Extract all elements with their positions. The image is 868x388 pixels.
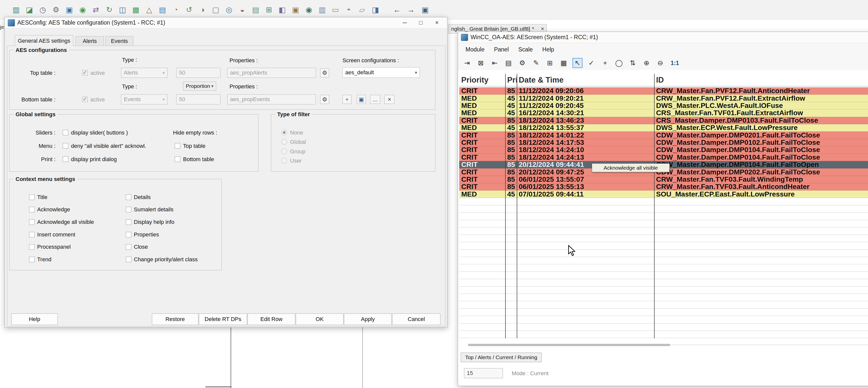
edit-table-icon[interactable]: ✎	[531, 58, 541, 68]
apply-button[interactable]: Apply	[344, 314, 392, 325]
filter-none-radio[interactable]	[281, 130, 287, 135]
grid-icon[interactable]: ⊞	[264, 4, 274, 16]
checkbox-acknowledge-all-visible[interactable]	[29, 219, 35, 225]
row-count-field[interactable]: 15	[464, 368, 503, 378]
export-table-icon[interactable]: ⇤	[490, 58, 500, 68]
restore-button[interactable]: Restore	[152, 314, 198, 325]
bottom-type-select[interactable]: Events ▾	[121, 94, 167, 104]
settings-gear-icon[interactable]: ⚙	[517, 58, 527, 68]
horizontal-scrollbar-thumb[interactable]	[468, 344, 670, 346]
search-icon[interactable]: ◯	[614, 58, 624, 68]
checkbox-details[interactable]	[126, 194, 131, 200]
alert-row[interactable]: MED4511/12/2024 09:20:21CRW_Master.Fan.P…	[459, 95, 868, 102]
cloud-icon[interactable]: ◓	[344, 4, 354, 16]
document-icon[interactable]: ▢	[211, 4, 221, 16]
menu-panel[interactable]: Panel	[494, 46, 509, 53]
column-header-id[interactable]: ID	[654, 75, 868, 85]
hide-bottom-table-checkbox[interactable]	[175, 156, 180, 162]
alert-row[interactable]: MED4516/12/2024 14:30:21CRS_Master.Fan.T…	[459, 109, 868, 117]
bar-chart-icon[interactable]: ▥	[11, 4, 21, 16]
ok-button[interactable]: OK	[296, 314, 343, 325]
column-chart-icon[interactable]: ▤	[157, 4, 167, 16]
deny-acknowledge-checkbox[interactable]	[63, 143, 68, 149]
delete-table-icon[interactable]: ⊠	[476, 58, 486, 68]
checkbox-sumalert-details[interactable]	[126, 207, 131, 212]
alert-row[interactable]: CRIT8518/12/2024 14:24:10CDW_Master.Damp…	[459, 146, 868, 154]
globe-icon[interactable]: ◉	[304, 4, 314, 16]
alert-row[interactable]: MED4507/01/2025 09:44:11SOU_Master.ECP.E…	[459, 191, 868, 198]
column-divider[interactable]	[517, 74, 517, 338]
report-icon[interactable]: ▤	[251, 4, 260, 16]
top-properties-input[interactable]: aes_propAlerts	[227, 68, 316, 78]
alert-row[interactable]: CRIT8511/12/2024 09:20:06CRW_Master.Fan.…	[459, 87, 868, 95]
camera-icon[interactable]: ▣	[290, 4, 301, 16]
filter-user-radio[interactable]	[281, 158, 287, 163]
checkbox-acknowledge[interactable]	[29, 207, 35, 212]
filter-global-radio[interactable]	[281, 139, 287, 144]
minimize-button[interactable]: ─	[398, 18, 412, 28]
filter-group-radio[interactable]	[281, 149, 287, 154]
trend-icon[interactable]: ◪	[24, 4, 34, 16]
doc-view-icon[interactable]: ◧	[277, 4, 287, 16]
bottom-properties-input[interactable]: aes_propEvents	[227, 94, 316, 104]
menu-scale[interactable]: Scale	[518, 46, 533, 53]
link-icon[interactable]: ⇄	[91, 4, 101, 16]
flask-icon[interactable]: △	[144, 4, 154, 16]
column-header-priority[interactable]: Priority	[459, 75, 505, 85]
save-config-button[interactable]: ▣	[357, 95, 366, 104]
alert-row[interactable]: CRIT8518/12/2024 14:24:13CDW_Master.Damp…	[459, 154, 868, 161]
pie-chart-icon[interactable]: ◔	[171, 4, 181, 16]
alert-row[interactable]: CRIT8518/12/2024 14:17:53CDW_Master.Damp…	[459, 139, 868, 146]
checkbox-display-help-info[interactable]	[126, 219, 131, 225]
refresh-icon[interactable]: ↺	[184, 4, 194, 16]
undo-icon[interactable]: ←	[392, 4, 402, 16]
panel-window-icon[interactable]: ▣	[420, 4, 430, 16]
alert-row[interactable]: CRIT8506/01/2025 13:55:07CRW_Master.Fan.…	[459, 176, 868, 183]
docs-icon[interactable]: ▥	[317, 4, 327, 16]
screen-config-tab[interactable]: Top / Alerts / Current / Running	[461, 353, 541, 362]
delete-config-button[interactable]: ×	[384, 95, 395, 104]
checkbox-insert-comment[interactable]	[29, 232, 35, 237]
checkbox-close[interactable]	[126, 244, 131, 250]
user-add-icon[interactable]: ◉	[78, 4, 88, 16]
edit-row-button[interactable]: Edit Row	[248, 314, 295, 325]
user-sync-icon[interactable]: ↻	[104, 4, 114, 16]
bottom-properties-gear-button[interactable]: ⚙	[320, 95, 329, 104]
checkbox-processpanel[interactable]	[29, 244, 35, 250]
mail-icon[interactable]: ▭	[331, 4, 340, 16]
column-header-pri[interactable]: Pri	[505, 75, 517, 85]
close-button[interactable]: ×	[430, 18, 444, 28]
select-arrow-icon[interactable]: ↖	[572, 58, 583, 68]
alert-row[interactable]: CRIT8518/12/2024 14:01:22CDW_Master.Damp…	[459, 131, 868, 139]
alert-row[interactable]: CRIT8506/01/2025 13:55:13CRW_Master.Fan.…	[459, 183, 868, 191]
config-title-bar[interactable]: AESConfig: AES Table configuration (Syst…	[5, 17, 447, 28]
delete-rt-dps-button[interactable]: Delete RT DPs	[199, 314, 247, 325]
top-properties-gear-button[interactable]: ⚙	[320, 68, 329, 77]
person-icon[interactable]: ◒	[237, 4, 247, 16]
user-icon[interactable]: ◑	[197, 4, 207, 16]
zoom-in-icon[interactable]: ⊕	[642, 58, 652, 68]
table-search-icon[interactable]: ◫	[118, 4, 128, 16]
import-table-icon[interactable]: ⇥	[462, 58, 472, 68]
menu-module[interactable]: Module	[466, 46, 484, 53]
chart-icon[interactable]: ▦	[559, 58, 569, 68]
alert-row[interactable]: MED4518/12/2024 13:55:37DWS_Master.ECP.W…	[459, 124, 868, 131]
alert-row[interactable]: CRIT8518/12/2024 13:46:23CRS_Master.Damp…	[459, 117, 868, 124]
bottom-active-checkbox[interactable]	[82, 97, 88, 102]
help-button[interactable]: Help	[11, 314, 58, 325]
print-icon[interactable]: ▤	[503, 58, 514, 68]
eye-icon[interactable]: ◎	[224, 4, 234, 16]
tab-events[interactable]: Events	[105, 36, 133, 46]
display-print-dialog-checkbox[interactable]	[63, 156, 68, 162]
gear-icon[interactable]: ⚙	[51, 4, 61, 16]
checkbox-properties[interactable]	[126, 232, 131, 237]
more-options-button[interactable]: ...	[370, 95, 380, 104]
checkbox-trend[interactable]	[29, 257, 35, 262]
zoom-out-icon[interactable]: ⊖	[655, 58, 665, 68]
hide-top-table-checkbox[interactable]	[175, 143, 180, 149]
close-icon[interactable]: ×	[541, 26, 544, 32]
tab-alerts[interactable]: Alerts	[75, 36, 104, 46]
proportion-select[interactable]: Proportion ▾	[183, 82, 216, 91]
tab-general-aes-settings[interactable]: General AES settings	[15, 35, 73, 46]
confirm-icon[interactable]: ✓	[586, 58, 596, 68]
